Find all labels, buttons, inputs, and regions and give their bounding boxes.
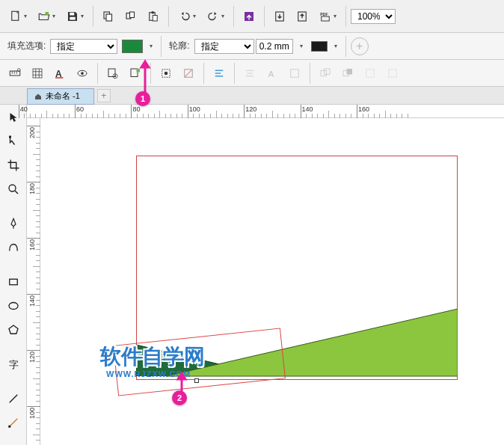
open-button[interactable]: ▾ xyxy=(33,6,60,27)
svg-line-60 xyxy=(9,419,17,427)
connector-tool[interactable] xyxy=(4,413,23,432)
paste-button[interactable] xyxy=(143,6,164,27)
svg-rect-30 xyxy=(108,69,115,77)
grid-toggle-button[interactable] xyxy=(27,63,48,84)
crop-button[interactable] xyxy=(156,63,176,84)
import-button[interactable] xyxy=(269,6,290,27)
svg-rect-52 xyxy=(389,69,397,77)
add-tab-button[interactable]: + xyxy=(97,89,111,102)
pen-tool[interactable] xyxy=(4,214,23,233)
outline-width-dropdown[interactable]: ▾ xyxy=(295,36,307,57)
polygon-tool[interactable] xyxy=(4,320,23,340)
svg-point-36 xyxy=(165,71,168,75)
text-tool[interactable]: 字 xyxy=(4,355,23,374)
view-toggle-button[interactable] xyxy=(72,63,93,84)
align-button[interactable] xyxy=(209,63,230,84)
options-bar: A A xyxy=(0,60,504,87)
fill-mode-select[interactable]: 指定 xyxy=(50,39,117,54)
text-format-button[interactable]: A xyxy=(262,63,283,84)
svg-rect-1 xyxy=(46,12,49,16)
svg-line-38 xyxy=(185,69,193,77)
snap-button[interactable] xyxy=(239,6,259,27)
save-button[interactable]: ▾ xyxy=(61,6,88,27)
divider xyxy=(310,63,310,84)
divider xyxy=(203,63,204,84)
divider xyxy=(345,6,346,27)
tab-bar: 未命名 -1 + xyxy=(0,87,504,105)
trim-button[interactable] xyxy=(337,63,358,84)
simplify-button[interactable] xyxy=(382,63,403,84)
home-icon xyxy=(34,92,43,101)
outline-label: 轮廓: xyxy=(169,40,189,52)
ruler-vertical[interactable]: 200180160140120100 xyxy=(27,118,40,445)
svg-point-54 xyxy=(9,185,16,191)
new-doc-button[interactable]: ▾ xyxy=(4,6,31,27)
outline-width-input[interactable] xyxy=(256,39,293,54)
svg-rect-5 xyxy=(106,14,112,21)
divider xyxy=(168,6,169,27)
rectangle-tool[interactable] xyxy=(4,272,23,292)
watermark-text: 软件自学网 xyxy=(100,343,205,371)
svg-rect-16 xyxy=(10,71,20,76)
copy-button[interactable] xyxy=(98,6,119,27)
export-button[interactable] xyxy=(292,6,313,27)
divider xyxy=(93,6,93,27)
intersect-button[interactable] xyxy=(360,63,381,84)
svg-rect-56 xyxy=(9,279,17,285)
svg-rect-21 xyxy=(33,69,42,78)
callout-arrow-2 xyxy=(176,370,188,393)
workspace: 字 406080100120140160 200180160140120100 … xyxy=(0,105,504,445)
svg-point-32 xyxy=(114,75,116,76)
tab-label: 未命名 -1 xyxy=(46,90,80,102)
svg-point-57 xyxy=(9,303,18,310)
svg-line-59 xyxy=(9,395,17,403)
divider xyxy=(97,63,98,84)
divider xyxy=(161,36,162,57)
document-tab[interactable]: 未命名 -1 xyxy=(27,88,94,105)
text-align-button[interactable] xyxy=(239,63,260,84)
divider xyxy=(345,36,346,57)
line-tool[interactable] xyxy=(4,389,23,408)
fill-color-swatch[interactable] xyxy=(122,40,143,53)
divider xyxy=(233,6,234,27)
svg-rect-61 xyxy=(8,426,10,428)
outline-mode-select[interactable]: 指定 xyxy=(194,39,254,54)
ellipse-tool[interactable] xyxy=(4,296,23,316)
svg-text:PDF: PDF xyxy=(320,11,328,16)
undo-button[interactable]: ▾ xyxy=(173,6,200,27)
redo-button[interactable]: ▾ xyxy=(202,6,229,27)
canvas[interactable]: 软件自学网 WWW.RJZXW.COM xyxy=(40,118,504,445)
ruler-horizontal[interactable]: 406080100120140160 xyxy=(27,105,504,118)
zoom-select[interactable]: 100% xyxy=(351,9,396,24)
crop-tool[interactable] xyxy=(4,156,23,175)
cut-button[interactable] xyxy=(120,6,141,27)
divider xyxy=(264,6,265,27)
object-settings-button[interactable] xyxy=(102,63,123,84)
curve-tool[interactable] xyxy=(4,238,23,257)
erase-button[interactable] xyxy=(178,63,199,84)
ruler-toggle-button[interactable] xyxy=(4,63,25,84)
left-toolbox: 字 xyxy=(0,105,27,445)
outline-color-dropdown[interactable]: ▾ xyxy=(329,36,341,57)
zoom-tool[interactable] xyxy=(4,179,23,199)
svg-rect-2 xyxy=(70,12,74,15)
svg-text:A: A xyxy=(268,69,274,78)
weld-button[interactable] xyxy=(315,63,336,84)
shape-tool[interactable] xyxy=(4,132,23,151)
add-preset-button[interactable]: + xyxy=(351,37,369,55)
outline-color-swatch[interactable] xyxy=(311,41,328,52)
property-bar: 填充选项: 指定 ▾ 轮廓: 指定 ▾ ▾ + xyxy=(0,33,504,60)
pdf-button[interactable]: PDF▾ xyxy=(314,6,341,27)
svg-rect-46 xyxy=(291,69,299,77)
svg-point-29 xyxy=(81,72,84,75)
svg-rect-50 xyxy=(347,69,353,75)
text-styles-button[interactable]: A xyxy=(49,63,70,84)
fill-label: 填充选项: xyxy=(7,40,46,52)
svg-rect-15 xyxy=(322,16,330,21)
selection-handle[interactable] xyxy=(194,378,199,383)
callout-2: 2 xyxy=(172,390,187,405)
svg-text:字: 字 xyxy=(9,359,19,370)
frame-button[interactable] xyxy=(284,63,305,84)
fill-color-dropdown[interactable]: ▾ xyxy=(144,36,156,57)
svg-rect-53 xyxy=(9,136,11,138)
